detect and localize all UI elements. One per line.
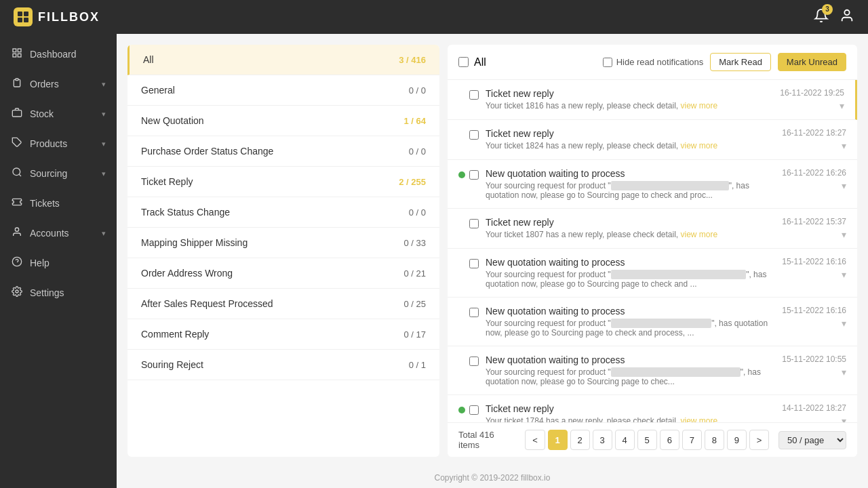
category-comment-reply-label: Comment Reply <box>141 329 209 340</box>
pagination-page-1[interactable]: 1 <box>548 430 568 450</box>
hide-read-checkbox[interactable] <box>603 58 612 67</box>
notification-desc: Your ticket 1816 has a new reply, please… <box>486 101 773 110</box>
view-more-link[interactable]: view more <box>681 141 718 150</box>
user-icon[interactable] <box>840 8 854 26</box>
sidebar-item-help[interactable]: Help <box>0 248 117 278</box>
tickets-icon <box>11 197 23 210</box>
category-po-status[interactable]: Purchase Order Status Change 0 / 0 <box>127 136 439 167</box>
unread-dot-icon <box>458 407 465 413</box>
category-order-address[interactable]: Order Address Wrong 0 / 21 <box>127 258 439 289</box>
sidebar-item-tickets[interactable]: Tickets <box>0 188 117 218</box>
topbar: FILLBOX 3 <box>0 0 868 34</box>
pagination-page-7[interactable]: 7 <box>682 430 702 450</box>
category-all-label: All <box>143 54 154 65</box>
pagination-page-5[interactable]: 5 <box>637 430 657 450</box>
category-track-status-count: 0 / 0 <box>409 207 426 218</box>
notification-checkbox[interactable] <box>469 308 479 317</box>
notification-checkbox[interactable] <box>469 130 479 140</box>
notification-item[interactable]: Ticket new reply Your ticket 1816 has a … <box>448 80 857 120</box>
category-all[interactable]: All 3 / 416 <box>127 45 439 75</box>
notification-item[interactable]: Ticket new reply Your ticket 1784 has a … <box>448 395 857 422</box>
notification-title: Ticket new reply <box>486 128 775 139</box>
notification-item[interactable]: New quotation waiting to process Your so… <box>448 298 857 346</box>
category-after-sales[interactable]: After Sales Request Processed 0 / 25 <box>127 289 439 319</box>
notification-time: 15-11-2022 10:55 <box>782 354 846 364</box>
sidebar-label-accounts: Accounts <box>30 228 69 239</box>
sourcing-icon <box>11 167 23 180</box>
pagination-page-8[interactable]: 8 <box>705 430 724 450</box>
pagination-total: Total 416 items <box>458 430 515 450</box>
category-new-quotation[interactable]: New Quotation 1 / 64 <box>127 106 439 136</box>
pagination-prev[interactable]: < <box>525 430 545 450</box>
notification-expand-icon[interactable]: ▾ <box>842 229 846 240</box>
notification-item[interactable]: New quotation waiting to process Your so… <box>448 249 857 298</box>
notification-desc: Your ticket 1807 has a new reply, please… <box>486 230 775 239</box>
notification-expand-icon[interactable]: ▾ <box>842 415 846 422</box>
notification-item[interactable]: Ticket new reply Your ticket 1824 has a … <box>448 120 857 160</box>
notification-checkbox[interactable] <box>469 170 479 180</box>
sidebar-item-stock[interactable]: Stock ▾ <box>0 99 117 129</box>
view-more-link[interactable]: view more <box>681 101 718 110</box>
mark-read-button[interactable]: Mark Read <box>710 53 771 71</box>
sidebar-item-settings[interactable]: Settings <box>0 278 117 308</box>
notification-expand-icon[interactable]: ▾ <box>842 367 846 378</box>
notification-item[interactable]: Ticket new reply Your ticket 1807 has a … <box>448 209 857 249</box>
svg-rect-7 <box>13 54 16 57</box>
sidebar-label-tickets: Tickets <box>30 198 60 209</box>
pagination-page-6[interactable]: 6 <box>660 430 679 450</box>
sidebar-item-sourcing[interactable]: Sourcing ▾ <box>0 159 117 188</box>
notification-time: 15-11-2022 16:16 <box>782 306 846 315</box>
sidebar-item-accounts[interactable]: Accounts ▾ <box>0 218 117 248</box>
notification-checkbox[interactable] <box>469 259 479 268</box>
pagination-page-2[interactable]: 2 <box>570 430 590 450</box>
content-area: All 3 / 416 General 0 / 0 New Quotation … <box>117 34 868 468</box>
notification-checkbox[interactable] <box>469 90 479 100</box>
notification-checkbox[interactable] <box>469 357 479 366</box>
select-all-checkbox[interactable] <box>458 57 469 67</box>
svg-rect-6 <box>18 49 21 52</box>
svg-rect-10 <box>12 110 21 117</box>
sidebar-item-products[interactable]: Products ▾ <box>0 129 117 159</box>
sidebar-item-orders[interactable]: Orders ▾ <box>0 69 117 99</box>
category-mapping-shipper[interactable]: Mapping Shipper Missing 0 / 33 <box>127 228 439 258</box>
notification-expand-icon[interactable]: ▾ <box>842 318 846 329</box>
pagination-page-3[interactable]: 3 <box>593 430 612 450</box>
category-comment-reply[interactable]: Comment Reply 0 / 17 <box>127 319 439 350</box>
notification-expand-icon[interactable]: ▾ <box>842 140 846 151</box>
category-ticket-reply-label: Ticket Reply <box>141 176 193 187</box>
mark-unread-button[interactable]: Mark Unread <box>778 53 846 71</box>
notification-expand-icon[interactable]: ▾ <box>842 269 846 280</box>
all-label: All <box>474 56 486 68</box>
category-ticket-reply[interactable]: Ticket Reply 2 / 255 <box>127 167 439 197</box>
help-icon <box>11 256 23 270</box>
page-size-select[interactable]: 50 / page 20 / page 100 / page <box>778 431 846 449</box>
view-more-link[interactable]: view more <box>681 230 718 239</box>
category-po-status-label: Purchase Order Status Change <box>141 146 273 157</box>
svg-rect-0 <box>18 12 22 16</box>
pagination-page-9[interactable]: 9 <box>727 430 747 450</box>
svg-rect-1 <box>24 12 28 16</box>
notification-title: New quotation waiting to process <box>486 257 775 268</box>
notification-expand-icon[interactable]: ▾ <box>842 180 846 191</box>
view-more-link[interactable]: view more <box>681 416 718 422</box>
notification-item[interactable]: New quotation waiting to process Your so… <box>448 160 857 209</box>
notification-checkbox[interactable] <box>469 405 479 415</box>
category-new-quotation-label: New Quotation <box>141 115 204 126</box>
logo-icon <box>14 7 33 26</box>
category-track-status[interactable]: Track Status Change 0 / 0 <box>127 197 439 228</box>
notification-title: New quotation waiting to process <box>486 306 775 317</box>
category-souring-reject[interactable]: Souring Reject 0 / 1 <box>127 350 439 380</box>
category-general[interactable]: General 0 / 0 <box>127 75 439 106</box>
notification-button[interactable]: 3 <box>814 8 829 26</box>
pagination-page-4[interactable]: 4 <box>615 430 635 450</box>
footer: Copyright © 2019-2022 fillbox.io <box>117 468 868 488</box>
notification-expand-icon[interactable]: ▾ <box>840 100 844 111</box>
hide-read-label[interactable]: Hide read notifications <box>603 57 704 67</box>
pagination-next[interactable]: > <box>749 430 769 450</box>
category-order-address-count: 0 / 21 <box>403 268 426 279</box>
sidebar: Dashboard Orders ▾ Stock ▾ <box>0 34 117 488</box>
notification-item[interactable]: New quotation waiting to process Your so… <box>448 346 857 395</box>
sidebar-item-dashboard[interactable]: Dashboard <box>0 39 117 69</box>
products-chevron-icon: ▾ <box>102 140 106 148</box>
notification-checkbox[interactable] <box>469 219 479 228</box>
